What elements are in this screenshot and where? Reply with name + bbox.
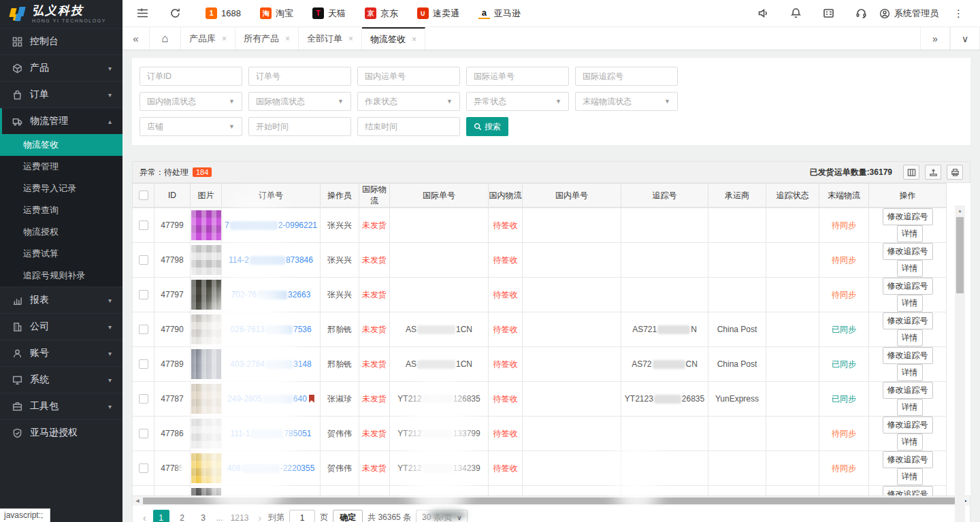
support-button[interactable] xyxy=(849,4,872,23)
submenu-item-freight-query[interactable]: 运费查询 xyxy=(0,199,122,221)
row-checkbox[interactable] xyxy=(139,255,148,265)
order-no-input[interactable] xyxy=(248,67,351,86)
modify-tracking-button[interactable]: 修改追踪号 xyxy=(883,243,933,260)
select-all-checkbox[interactable] xyxy=(139,191,148,200)
submenu-item-logistics-auth[interactable]: 物流授权 xyxy=(0,221,122,243)
modify-tracking-button[interactable]: 修改追踪号 xyxy=(883,208,933,225)
marketplace-tmall[interactable]: T 天猫 xyxy=(312,7,346,20)
sidebar-item-company[interactable]: 公司 ▾ xyxy=(0,313,122,340)
export-button[interactable] xyxy=(925,165,941,180)
sidebar-item-logistics[interactable]: 物流管理 ▴ xyxy=(0,108,122,134)
row-checkbox[interactable] xyxy=(139,290,148,299)
vertical-scrollbar[interactable]: ▲ ▼ xyxy=(955,206,965,522)
prev-page-arrow[interactable]: ‹ xyxy=(141,512,148,522)
print-button[interactable] xyxy=(947,165,963,180)
sidebar-item-toolkit[interactable]: 工具包 ▾ xyxy=(0,393,122,419)
notifications-button[interactable] xyxy=(784,4,807,23)
intl-waybill-input[interactable] xyxy=(466,67,569,86)
column-settings-button[interactable] xyxy=(903,165,919,180)
user-menu[interactable]: 系统管理员 xyxy=(879,7,938,20)
order-number-link[interactable]: 249-2805640 xyxy=(227,394,307,404)
modify-tracking-button[interactable]: 修改追踪号 xyxy=(883,312,933,329)
sidebar-item-account[interactable]: 账号 ▾ xyxy=(0,340,122,366)
close-icon[interactable]: × xyxy=(285,34,290,44)
search-button[interactable]: 搜索 xyxy=(466,117,508,136)
page-button-3[interactable]: 3 xyxy=(195,510,212,522)
close-icon[interactable]: × xyxy=(412,35,416,44)
per-page-select[interactable]: 30 条/页∨ xyxy=(416,510,468,522)
detail-button[interactable]: 详情 xyxy=(897,468,923,485)
terminal-status-select[interactable]: 末端物流状态▼ xyxy=(575,92,678,111)
marketplace-aliexpress[interactable]: ∪ 速卖通 xyxy=(417,7,459,20)
sidebar-item-orders[interactable]: 订单 ▾ xyxy=(0,81,122,108)
exception-count-badge[interactable]: 184 xyxy=(193,167,212,177)
end-time-input[interactable] xyxy=(357,117,460,136)
sidebar-item-dashboard[interactable]: 控制台 xyxy=(0,28,122,54)
more-menu-button[interactable]: ⋮ xyxy=(949,7,968,20)
void-status-select[interactable]: 作废状态▼ xyxy=(357,92,460,111)
apps-panel-button[interactable] xyxy=(817,4,840,23)
order-number-link[interactable]: 114-2873846 xyxy=(229,255,313,265)
modify-tracking-button[interactable]: 修改追踪号 xyxy=(883,382,933,399)
order-number-link[interactable]: 111-1785051 xyxy=(231,429,312,438)
order-number-link[interactable]: 026-76137536 xyxy=(230,325,311,334)
detail-button[interactable]: 详情 xyxy=(897,364,923,381)
submenu-item-tracking-rules[interactable]: 追踪号规则补录 xyxy=(0,265,122,287)
tab-all-orders[interactable]: 全部订单× xyxy=(299,27,362,50)
row-checkbox[interactable] xyxy=(139,325,148,334)
marketplace-taobao[interactable]: 淘 淘宝 xyxy=(260,7,293,20)
sidebar-item-system[interactable]: 系统 ▾ xyxy=(0,366,122,393)
horizontal-scrollbar[interactable]: ◀ ▶ xyxy=(132,496,970,506)
order-number-link[interactable]: 403-27843148 xyxy=(230,359,311,369)
submenu-item-freight-trial[interactable]: 运费试算 xyxy=(0,243,122,265)
modify-tracking-button[interactable]: 修改追踪号 xyxy=(883,347,933,364)
marketplace-1688[interactable]: 1 1688 xyxy=(206,7,241,19)
modify-tracking-button[interactable]: 修改追踪号 xyxy=(883,278,933,295)
intl-status-select[interactable]: 国际物流状态▼ xyxy=(248,92,351,111)
sidebar-item-products[interactable]: 产品 ▾ xyxy=(0,54,122,81)
submenu-item-freight-mgmt[interactable]: 运费管理 xyxy=(0,156,122,178)
tabs-scroll-right-button[interactable]: » xyxy=(920,27,950,50)
order-id-input[interactable] xyxy=(140,67,242,86)
tabs-scroll-left-button[interactable]: « xyxy=(122,27,150,50)
marketplace-jd[interactable]: 京 京东 xyxy=(365,7,398,20)
row-checkbox[interactable] xyxy=(139,359,148,369)
page-button-last[interactable]: 1213 xyxy=(228,510,252,522)
goto-page-input[interactable] xyxy=(289,510,315,522)
domestic-waybill-input[interactable] xyxy=(357,67,460,86)
intl-tracking-input[interactable] xyxy=(575,67,678,86)
detail-button[interactable]: 详情 xyxy=(897,225,923,242)
sidebar-toggle-button[interactable] xyxy=(131,4,154,23)
detail-button[interactable]: 详情 xyxy=(897,260,923,277)
vertical-scroll-thumb[interactable] xyxy=(956,217,964,293)
page-button-2[interactable]: 2 xyxy=(174,510,191,522)
row-checkbox[interactable] xyxy=(139,221,148,230)
order-number-link[interactable]: 408-2220355 xyxy=(227,463,315,473)
next-page-arrow[interactable]: › xyxy=(256,512,263,522)
row-checkbox[interactable] xyxy=(139,429,148,438)
refresh-button[interactable] xyxy=(163,4,186,23)
domestic-status-select[interactable]: 国内物流状态▼ xyxy=(140,92,242,111)
shop-select[interactable]: 店铺▼ xyxy=(140,117,242,136)
tab-all-products[interactable]: 所有产品× xyxy=(235,27,299,50)
submenu-item-freight-import[interactable]: 运费导入记录 xyxy=(0,178,122,199)
sidebar-item-amazon-auth[interactable]: 亚马逊授权 xyxy=(0,419,122,446)
tab-product-library[interactable]: 产品库× xyxy=(181,27,235,50)
close-icon[interactable]: × xyxy=(222,34,227,44)
page-button-1[interactable]: 1 xyxy=(153,510,169,522)
home-tab[interactable]: ⌂ xyxy=(150,27,181,50)
detail-button[interactable]: 详情 xyxy=(897,434,923,451)
exception-status-select[interactable]: 异常状态▼ xyxy=(466,92,569,111)
tab-logistics-sign-off[interactable]: 物流签收× xyxy=(362,27,425,50)
submenu-item-sign-off[interactable]: 物流签收 xyxy=(0,134,122,156)
start-time-input[interactable] xyxy=(248,117,351,136)
modify-tracking-button[interactable]: 修改追踪号 xyxy=(883,417,933,434)
sidebar-item-reports[interactable]: 报表 ▾ xyxy=(0,287,122,313)
order-number-link[interactable]: 702-7632663 xyxy=(231,290,311,299)
close-icon[interactable]: × xyxy=(348,34,353,44)
modify-tracking-button[interactable]: 修改追踪号 xyxy=(883,451,933,468)
order-number-link[interactable]: 72-0996221 xyxy=(225,221,317,230)
detail-button[interactable]: 详情 xyxy=(897,329,923,346)
modify-tracking-button[interactable]: 修改追踪号 xyxy=(883,486,933,496)
confirm-page-button[interactable]: 确定 xyxy=(333,510,363,522)
